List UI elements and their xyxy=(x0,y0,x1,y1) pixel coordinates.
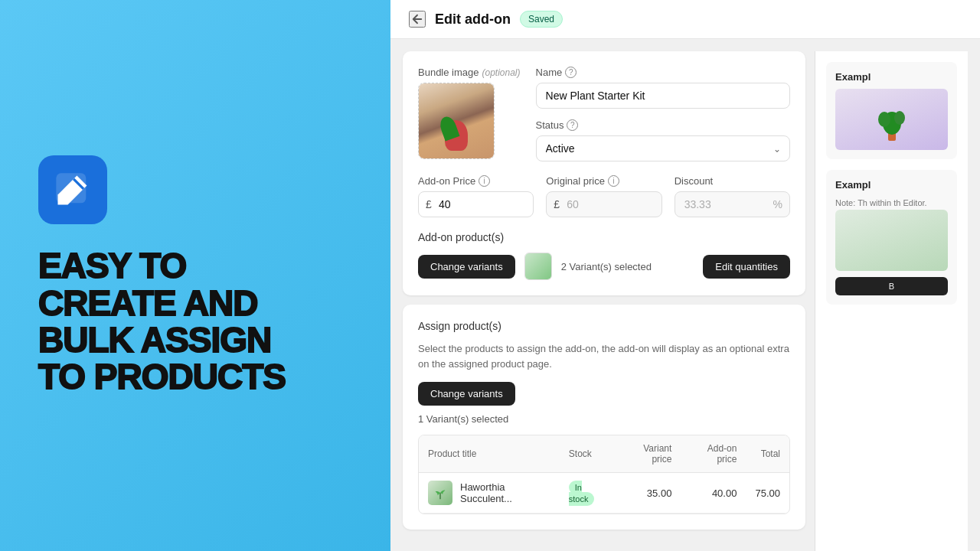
name-input[interactable] xyxy=(536,83,790,109)
price-group: Add-on Price i £ Original price i xyxy=(418,175,790,217)
original-price-label: Original price i xyxy=(546,175,662,187)
product-thumb-image xyxy=(525,253,551,279)
discount-wrapper: % xyxy=(675,191,790,217)
plant-image xyxy=(419,83,494,158)
saved-badge: Saved xyxy=(520,11,563,28)
bundle-image-label: Bundle image (optional) xyxy=(418,67,521,78)
table-header-row: Product title Stock Variant price Add-on… xyxy=(419,435,789,473)
products-table: Product title Stock Variant price Add-on… xyxy=(419,435,789,514)
name-status-group: Name ? Status ? xyxy=(536,67,790,161)
col-variant-price: Variant price xyxy=(616,435,681,473)
in-stock-badge: In stock xyxy=(569,481,595,506)
example-dark-button[interactable]: B xyxy=(835,277,948,295)
back-icon xyxy=(410,12,424,26)
page-header: Edit add-on Saved xyxy=(390,0,980,39)
product-thumbnail xyxy=(524,253,552,280)
main-panel: Edit add-on Saved Bundle image (optional… xyxy=(390,0,980,551)
variants-row: Change variants 2 Variant(s) selected Ed… xyxy=(418,253,790,280)
addon-price-wrapper: £ xyxy=(418,191,534,217)
original-currency: £ xyxy=(554,198,560,210)
addon-price-input[interactable] xyxy=(418,191,534,217)
status-select-wrapper: Active Inactive xyxy=(536,135,790,161)
page-title: Edit add-on xyxy=(435,11,511,28)
col-product-title: Product title xyxy=(419,435,560,473)
status-help-icon[interactable]: ? xyxy=(567,119,578,131)
hero-text: EASY TO CREATE AND BULK ASSIGN TO PRODUC… xyxy=(38,247,286,395)
assign-variants-row: Change variants xyxy=(418,382,790,406)
edit-icon xyxy=(53,170,93,210)
row-thumbnail xyxy=(428,481,452,505)
product-title-cell: Haworthia Succulent... xyxy=(419,473,560,514)
assign-products-card: Assign product(s) Select the products to… xyxy=(403,305,805,530)
original-price-wrapper: £ xyxy=(546,191,662,217)
content-area: Bundle image (optional) xyxy=(390,39,980,551)
example-plant-svg xyxy=(877,96,907,142)
example-block-1: Exampl xyxy=(826,62,957,159)
example-title-2: Exampl xyxy=(835,179,948,191)
status-group: Status ? Active Inactive xyxy=(536,119,790,161)
addon-currency: £ xyxy=(426,198,432,210)
addon-products-title: Add-on product(s) xyxy=(418,231,790,243)
addon-price-help-icon[interactable]: i xyxy=(479,175,490,187)
percent-symbol: % xyxy=(773,198,782,210)
addon-price-group: Add-on Price i £ xyxy=(418,175,534,217)
left-panel: EASY TO CREATE AND BULK ASSIGN TO PRODUC… xyxy=(0,0,390,551)
table-row: Haworthia Succulent... In stock 35.00 40… xyxy=(419,473,789,514)
col-addon-price: Add-on price xyxy=(681,435,746,473)
example-image-2 xyxy=(835,210,948,271)
name-help-icon[interactable]: ? xyxy=(565,67,577,78)
app-icon xyxy=(38,155,107,224)
bundle-image-upload[interactable] xyxy=(418,83,495,159)
plant-icon xyxy=(433,485,448,500)
example-note: Note: Th within th Editor. xyxy=(835,197,948,210)
edit-quantities-button[interactable]: Edit quantities xyxy=(703,255,790,279)
svg-point-4 xyxy=(894,111,905,125)
example-block-2: Exampl Note: Th within th Editor. B xyxy=(826,170,957,305)
discount-label: Discount xyxy=(675,175,790,187)
original-price-help-icon[interactable]: i xyxy=(608,175,619,187)
status-select[interactable]: Active Inactive xyxy=(536,135,790,161)
svg-point-3 xyxy=(878,112,890,127)
variant-count: 2 Variant(s) selected xyxy=(561,261,652,272)
assign-section-title: Assign product(s) xyxy=(418,320,790,332)
assign-variant-count: 1 Variant(s) selected xyxy=(418,413,508,425)
assign-change-variants-button[interactable]: Change variants xyxy=(418,382,515,406)
col-stock: Stock xyxy=(560,435,616,473)
bundle-image-preview xyxy=(419,83,494,158)
status-label: Status ? xyxy=(536,119,790,131)
basic-info-card: Bundle image (optional) xyxy=(403,51,805,295)
assign-description: Select the products to assign the add-on… xyxy=(418,341,790,371)
right-panel: Exampl Exampl Note: Th within th Editor.… xyxy=(815,51,968,551)
optional-text: (optional) xyxy=(482,67,521,78)
original-price-group: Original price i £ xyxy=(546,175,662,217)
main-form: Bundle image (optional) xyxy=(403,51,805,539)
addon-price-cell: 40.00 xyxy=(681,473,746,514)
name-label: Name ? xyxy=(536,67,790,78)
products-table-wrapper: Product title Stock Variant price Add-on… xyxy=(418,435,790,514)
discount-group: Discount % xyxy=(675,175,790,217)
original-price-input[interactable] xyxy=(546,191,662,217)
variant-price-cell: 35.00 xyxy=(616,473,681,514)
example-product-image-1 xyxy=(835,89,948,150)
prices-section: Add-on Price i £ Original price i xyxy=(418,175,790,217)
bundle-image-group: Bundle image (optional) xyxy=(418,67,521,161)
addon-products-section: Add-on product(s) Change variants 2 Vari… xyxy=(418,231,790,280)
stock-cell: In stock xyxy=(560,473,616,514)
total-cell: 75.00 xyxy=(746,473,789,514)
product-cell: Haworthia Succulent... xyxy=(428,481,550,505)
name-group: Name ? xyxy=(536,67,790,109)
example-title-1: Exampl xyxy=(835,71,948,83)
addon-price-label: Add-on Price i xyxy=(418,175,534,187)
change-variants-button[interactable]: Change variants xyxy=(418,255,515,279)
back-button[interactable] xyxy=(409,11,426,28)
col-total: Total xyxy=(746,435,789,473)
